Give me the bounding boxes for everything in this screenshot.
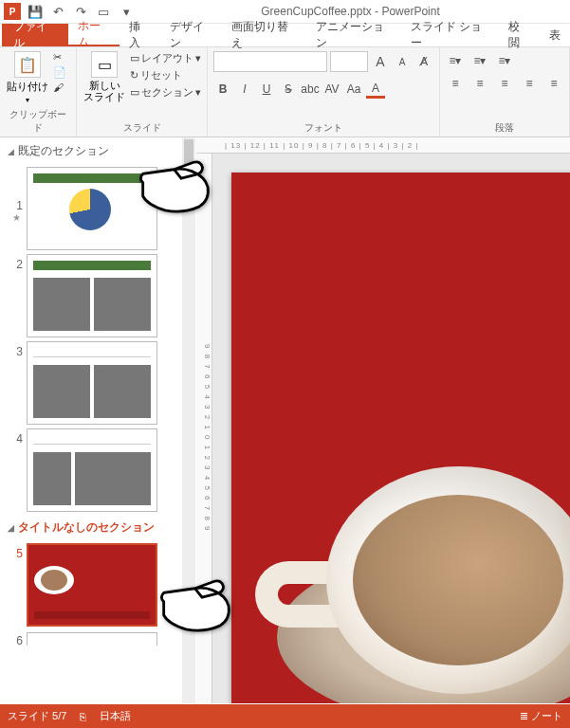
chevron-down-icon: ▾ bbox=[26, 96, 29, 104]
new-slide-icon: ▭ bbox=[91, 51, 118, 78]
tab-review[interactable]: 校閲 bbox=[499, 24, 540, 46]
ribbon: 📋 貼り付け ▾ ✂ 📄 🖌 クリップボード ▭ 新しい スライド ▭ レイアウ… bbox=[0, 47, 570, 137]
window-title: GreenCupCoffee.pptx - PowerPoint bbox=[135, 5, 566, 18]
bullets-button[interactable]: ≡▾ bbox=[446, 51, 465, 70]
powerpoint-icon: P bbox=[4, 3, 21, 20]
paste-label: 貼り付け bbox=[7, 80, 48, 94]
change-case-button[interactable]: Aa bbox=[344, 80, 363, 99]
slide-counter[interactable]: スライド 5/7 bbox=[8, 709, 66, 723]
slide-thumb-3[interactable] bbox=[27, 341, 157, 425]
font-color-button[interactable]: A bbox=[366, 80, 385, 99]
increase-font-icon[interactable]: A bbox=[371, 52, 390, 71]
strikethrough-button[interactable]: S̶ bbox=[279, 80, 298, 99]
slide-row-2: 2 bbox=[0, 252, 189, 339]
line-spacing-button[interactable]: ≡ bbox=[544, 74, 563, 93]
slide-row-4: 4 bbox=[0, 427, 189, 514]
collapse-icon: ◢ bbox=[8, 523, 14, 533]
font-family-input[interactable] bbox=[213, 51, 327, 72]
group-clipboard: 📋 貼り付け ▾ ✂ 📄 🖌 クリップボード bbox=[0, 47, 77, 136]
slide-thumb-4[interactable] bbox=[27, 428, 157, 512]
language-indicator[interactable]: 日本語 bbox=[100, 709, 131, 723]
cut-icon[interactable]: ✂ bbox=[53, 51, 66, 64]
scroll-thumb[interactable] bbox=[184, 139, 193, 187]
status-bar: スライド 5/7 ⎘ 日本語 ≣ ノート bbox=[0, 704, 570, 728]
save-icon[interactable]: 💾 bbox=[27, 3, 44, 20]
clear-format-icon[interactable]: A̸ bbox=[414, 52, 433, 71]
qat-dropdown-icon[interactable]: ▾ bbox=[118, 3, 135, 20]
section-untitled-label: タイトルなしのセクション bbox=[18, 519, 155, 536]
new-slide-label: 新しい スライド bbox=[83, 80, 125, 102]
font-size-input[interactable] bbox=[330, 51, 368, 72]
tab-design[interactable]: デザイン bbox=[160, 24, 223, 46]
section-button[interactable]: ▭ セクション ▾ bbox=[130, 85, 201, 100]
copy-icon[interactable]: 📄 bbox=[53, 66, 66, 79]
group-font: A A A̸ B I U S̶ abc AV Aa A フォント bbox=[208, 47, 440, 136]
tab-view[interactable]: 表 bbox=[540, 24, 570, 46]
section-default-label: 既定のセクション bbox=[18, 143, 109, 159]
layout-button[interactable]: ▭ レイアウト ▾ bbox=[130, 51, 201, 65]
slide-row-5: 5 bbox=[0, 541, 189, 628]
slide-num-3: 3 bbox=[9, 345, 23, 358]
slide-num-2: 2 bbox=[9, 258, 23, 271]
slide-thumb-5[interactable] bbox=[27, 543, 157, 627]
align-left-button[interactable]: ≡ bbox=[446, 74, 465, 93]
slide-thumb-2[interactable] bbox=[27, 254, 157, 337]
tab-insert[interactable]: 挿入 bbox=[120, 24, 160, 46]
new-slide-button[interactable]: ▭ 新しい スライド bbox=[83, 51, 126, 102]
vertical-ruler: 9 8 7 6 5 4 3 2 1 0 1 2 3 4 5 6 7 8 9 bbox=[196, 154, 212, 703]
slide-editor[interactable] bbox=[212, 154, 570, 703]
decrease-font-icon[interactable]: A bbox=[393, 52, 412, 71]
panel-scrollbar[interactable] bbox=[182, 137, 195, 703]
tab-animation[interactable]: アニメーション bbox=[306, 24, 401, 46]
notes-button[interactable]: ≣ ノート bbox=[520, 709, 562, 723]
format-painter-icon[interactable]: 🖌 bbox=[53, 82, 66, 93]
align-right-button[interactable]: ≡ bbox=[495, 74, 514, 93]
slide-row-1: 1 ★ bbox=[0, 165, 189, 252]
indent-button[interactable]: ≡▾ bbox=[495, 51, 514, 70]
numbering-button[interactable]: ≡▾ bbox=[470, 51, 489, 70]
group-paragraph: ≡▾ ≡▾ ≡▾ ≡ ≡ ≡ ≡ ≡ 段落 bbox=[440, 47, 570, 136]
slide-num-4: 4 bbox=[9, 432, 23, 446]
slide-num-1: 1 bbox=[9, 199, 23, 212]
group-clipboard-label: クリップボード bbox=[6, 106, 70, 135]
group-slides-label: スライド bbox=[83, 119, 201, 135]
reset-button[interactable]: ↻ リセット bbox=[130, 68, 201, 82]
paste-button[interactable]: 📋 貼り付け ▾ bbox=[6, 51, 49, 104]
slide-canvas[interactable] bbox=[231, 173, 570, 703]
slide-thumb-1[interactable] bbox=[27, 167, 157, 250]
spellcheck-icon[interactable]: ⎘ bbox=[80, 711, 86, 722]
slide-row-3: 3 bbox=[0, 339, 189, 427]
char-spacing-button[interactable]: AV bbox=[322, 80, 341, 99]
align-center-button[interactable]: ≡ bbox=[470, 74, 489, 93]
section-header-default[interactable]: ◢ 既定のセクション bbox=[0, 137, 189, 165]
bold-button[interactable]: B bbox=[213, 80, 232, 99]
italic-button[interactable]: I bbox=[235, 80, 254, 99]
coffee-cup-image bbox=[241, 362, 570, 703]
tab-file[interactable]: ファイル bbox=[2, 24, 68, 46]
group-paragraph-label: 段落 bbox=[446, 119, 563, 135]
slide-num-5: 5 bbox=[9, 547, 23, 560]
justify-button[interactable]: ≡ bbox=[520, 74, 539, 93]
paste-icon: 📋 bbox=[14, 51, 41, 78]
undo-icon[interactable]: ↶ bbox=[49, 3, 66, 20]
slide-num-6: 6 bbox=[9, 634, 23, 647]
ribbon-tabs: ファイル ホーム 挿入 デザイン 画面切り替え アニメーション スライド ショー… bbox=[0, 24, 570, 47]
section-header-untitled[interactable]: ◢ タイトルなしのセクション bbox=[0, 514, 189, 541]
shadow-button[interactable]: abc bbox=[301, 80, 320, 99]
slide-thumb-6[interactable] bbox=[27, 632, 157, 646]
tab-transition[interactable]: 画面切り替え bbox=[222, 24, 306, 46]
group-font-label: フォント bbox=[213, 119, 433, 135]
star-icon: ★ bbox=[12, 212, 21, 223]
tab-slideshow[interactable]: スライド ショー bbox=[401, 24, 499, 46]
slide-panel[interactable]: ◢ 既定のセクション 1 ★ 2 3 4 ◢ タイトルなしのセクション 5 bbox=[0, 137, 190, 703]
tab-home[interactable]: ホーム bbox=[68, 24, 120, 46]
horizontal-ruler: | 13 | 12 | 11 | 10 | 9 | 8 | 7 | 6 | 5 … bbox=[196, 137, 570, 154]
collapse-icon: ◢ bbox=[8, 147, 14, 156]
underline-button[interactable]: U bbox=[257, 80, 276, 99]
slide-row-6: 6 bbox=[0, 628, 189, 649]
group-slides: ▭ 新しい スライド ▭ レイアウト ▾ ↻ リセット ▭ セクション ▾ スラ… bbox=[77, 47, 208, 136]
quick-access-toolbar: P 💾 ↶ ↷ ▭ ▾ bbox=[4, 3, 135, 20]
